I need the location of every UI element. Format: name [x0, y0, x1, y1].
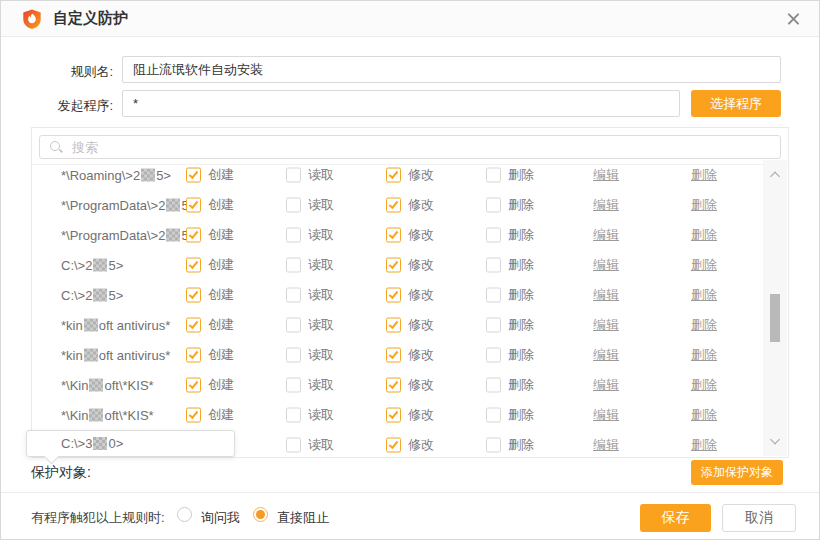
delete-link[interactable]: 删除: [691, 226, 717, 244]
create-checkbox[interactable]: [186, 288, 201, 303]
save-button[interactable]: 保存: [640, 504, 711, 532]
search-input[interactable]: [70, 139, 780, 156]
read-label: 读取: [308, 406, 334, 424]
choose-program-button[interactable]: 选择程序: [691, 90, 781, 117]
delete-label: 删除: [508, 226, 534, 244]
modify-label: 修改: [408, 406, 434, 424]
read-checkbox[interactable]: [286, 288, 301, 303]
delete-link[interactable]: 删除: [691, 316, 717, 334]
modify-checkbox[interactable]: [386, 198, 401, 213]
edit-link[interactable]: 编辑: [593, 376, 619, 394]
edit-link[interactable]: 编辑: [593, 436, 619, 454]
read-checkbox[interactable]: [286, 378, 301, 393]
protected-path: *\ProgramData\>25: [61, 228, 189, 243]
title-bar: 自定义防护: [1, 1, 819, 37]
edit-link[interactable]: 编辑: [593, 316, 619, 334]
delete-checkbox[interactable]: [486, 168, 501, 183]
modify-checkbox[interactable]: [386, 378, 401, 393]
edit-link[interactable]: 编辑: [593, 286, 619, 304]
create-checkbox[interactable]: [186, 198, 201, 213]
censored-text: [166, 199, 180, 212]
path-tooltip: C:\>30>: [26, 430, 235, 457]
delete-label: 删除: [508, 406, 534, 424]
scrollbar-thumb[interactable]: [770, 294, 780, 342]
delete-checkbox[interactable]: [486, 348, 501, 363]
cancel-button[interactable]: 取消: [722, 504, 796, 532]
delete-link[interactable]: 删除: [691, 256, 717, 274]
scroll-down-icon[interactable]: [770, 435, 780, 445]
create-checkbox[interactable]: [186, 258, 201, 273]
delete-link[interactable]: 删除: [691, 166, 717, 184]
create-checkbox[interactable]: [186, 318, 201, 333]
program-input[interactable]: [122, 90, 680, 117]
shield-flame-icon: [21, 8, 43, 30]
read-checkbox[interactable]: [286, 348, 301, 363]
create-label: 创建: [208, 286, 234, 304]
read-checkbox[interactable]: [286, 168, 301, 183]
scroll-up-icon[interactable]: [770, 172, 780, 182]
edit-link[interactable]: 编辑: [593, 226, 619, 244]
read-checkbox[interactable]: [286, 228, 301, 243]
modify-label: 修改: [408, 256, 434, 274]
add-protect-object-button[interactable]: 添加保护对象: [691, 460, 783, 485]
read-checkbox[interactable]: [286, 258, 301, 273]
censored-text: [84, 349, 98, 362]
modify-checkbox[interactable]: [386, 318, 401, 333]
read-label: 读取: [308, 166, 334, 184]
edit-link[interactable]: 编辑: [593, 256, 619, 274]
ask-me-radio[interactable]: [177, 507, 192, 522]
close-icon[interactable]: [785, 10, 803, 28]
delete-checkbox[interactable]: [486, 228, 501, 243]
create-checkbox[interactable]: [186, 378, 201, 393]
create-label: 创建: [208, 226, 234, 244]
read-checkbox[interactable]: [286, 438, 301, 453]
create-label: 创建: [208, 196, 234, 214]
modify-checkbox[interactable]: [386, 168, 401, 183]
ask-me-label[interactable]: 询问我: [201, 509, 240, 527]
list-item: *\Kinoft\*KIS* 创建 读取 修改 删除 编辑 删除: [32, 400, 788, 430]
list-item: *kinoft antivirus* 创建 读取 修改 删除 编辑 删除: [32, 310, 788, 340]
modify-checkbox[interactable]: [386, 438, 401, 453]
read-checkbox[interactable]: [286, 408, 301, 423]
censored-text: [93, 259, 107, 272]
edit-link[interactable]: 编辑: [593, 196, 619, 214]
delete-link[interactable]: 删除: [691, 406, 717, 424]
rule-name-label: 规则名:: [1, 63, 113, 81]
edit-link[interactable]: 编辑: [593, 406, 619, 424]
delete-checkbox[interactable]: [486, 318, 501, 333]
modify-checkbox[interactable]: [386, 228, 401, 243]
edit-link[interactable]: 编辑: [593, 346, 619, 364]
delete-checkbox[interactable]: [486, 408, 501, 423]
create-checkbox[interactable]: [186, 408, 201, 423]
modify-checkbox[interactable]: [386, 348, 401, 363]
modify-checkbox[interactable]: [386, 288, 401, 303]
block-directly-label[interactable]: 直接阻止: [277, 509, 329, 527]
delete-label: 删除: [508, 286, 534, 304]
modify-checkbox[interactable]: [386, 408, 401, 423]
create-checkbox[interactable]: [186, 228, 201, 243]
delete-checkbox[interactable]: [486, 198, 501, 213]
delete-link[interactable]: 删除: [691, 286, 717, 304]
edit-link[interactable]: 编辑: [593, 166, 619, 184]
rule-name-input[interactable]: [122, 56, 781, 83]
divider: [1, 492, 819, 493]
delete-link[interactable]: 删除: [691, 436, 717, 454]
delete-link[interactable]: 删除: [691, 346, 717, 364]
delete-checkbox[interactable]: [486, 378, 501, 393]
delete-checkbox[interactable]: [486, 438, 501, 453]
block-directly-radio[interactable]: [253, 507, 268, 522]
read-checkbox[interactable]: [286, 318, 301, 333]
read-label: 读取: [308, 226, 334, 244]
delete-checkbox[interactable]: [486, 258, 501, 273]
list-item: *kinoft antivirus* 创建 读取 修改 删除 编辑 删除: [32, 340, 788, 370]
delete-checkbox[interactable]: [486, 288, 501, 303]
create-checkbox[interactable]: [186, 348, 201, 363]
modify-checkbox[interactable]: [386, 258, 401, 273]
delete-label: 删除: [508, 346, 534, 364]
delete-link[interactable]: 删除: [691, 196, 717, 214]
create-checkbox[interactable]: [186, 168, 201, 183]
protected-path: *\Kinoft\*KIS*: [61, 408, 154, 423]
read-checkbox[interactable]: [286, 198, 301, 213]
modify-label: 修改: [408, 286, 434, 304]
delete-link[interactable]: 删除: [691, 376, 717, 394]
